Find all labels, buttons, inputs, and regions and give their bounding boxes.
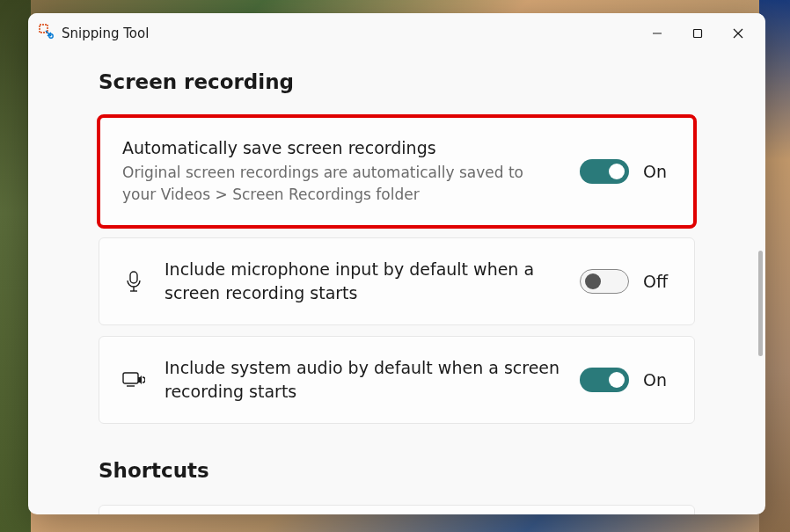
system-audio-icon bbox=[122, 370, 145, 390]
section-heading-shortcuts: Shortcuts bbox=[99, 459, 695, 482]
scrollbar-thumb[interactable] bbox=[758, 251, 763, 356]
titlebar: Snipping Tool bbox=[28, 13, 765, 53]
minimize-button[interactable] bbox=[637, 16, 677, 51]
setting-print-screen[interactable]: Use the Print screen key to open Snippin… bbox=[99, 505, 695, 514]
setting-title: Include microphone input by default when… bbox=[165, 258, 560, 305]
svg-rect-5 bbox=[694, 29, 702, 37]
toggle-state-label: On bbox=[643, 162, 671, 181]
section-heading-recording: Screen recording bbox=[99, 70, 695, 93]
toggle-mic[interactable] bbox=[580, 269, 629, 294]
setting-title: Include system audio by default when a s… bbox=[165, 356, 560, 404]
toggle-auto-save[interactable] bbox=[580, 159, 629, 184]
toggle-state-label: Off bbox=[643, 272, 671, 291]
setting-auto-save[interactable]: Automatically save screen recordings Ori… bbox=[99, 116, 695, 227]
content-area: Screen recording Automatically save scre… bbox=[28, 53, 765, 514]
maximize-button[interactable] bbox=[677, 16, 718, 51]
toggle-system-audio[interactable] bbox=[580, 368, 629, 392]
svg-rect-11 bbox=[123, 373, 138, 383]
svg-rect-8 bbox=[130, 272, 137, 283]
app-window: Snipping Tool Screen recording Automatic… bbox=[28, 13, 765, 514]
app-title: Snipping Tool bbox=[62, 26, 637, 41]
microphone-icon bbox=[122, 270, 145, 293]
setting-title: Automatically save screen recordings bbox=[122, 136, 560, 160]
toggle-state-label: On bbox=[643, 370, 671, 390]
snipping-tool-icon bbox=[39, 24, 55, 43]
close-button[interactable] bbox=[718, 16, 758, 51]
setting-system-audio[interactable]: Include system audio by default when a s… bbox=[99, 336, 695, 424]
setting-description: Original screen recordings are automatic… bbox=[122, 162, 560, 207]
setting-mic-input[interactable]: Include microphone input by default when… bbox=[99, 237, 695, 325]
